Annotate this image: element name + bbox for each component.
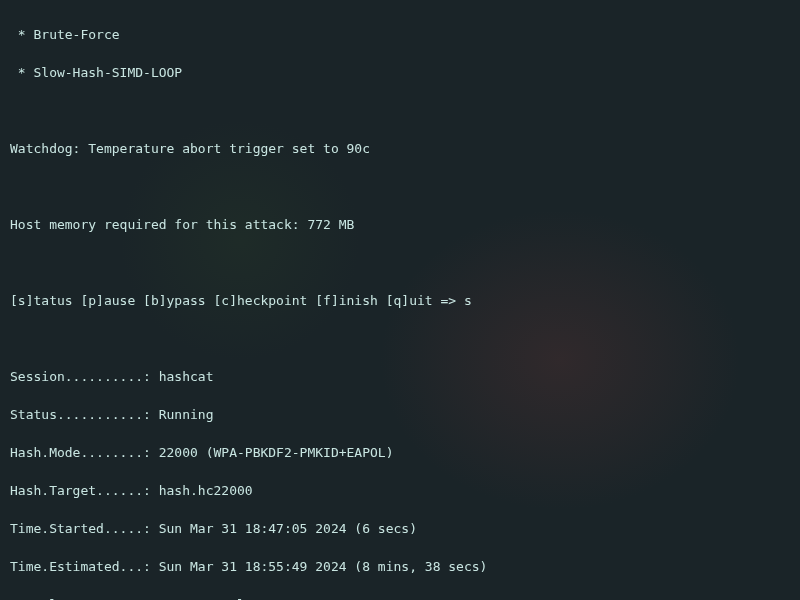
status-hash-target: Hash.Target......: hash.hc22000 — [10, 481, 790, 500]
status-time-started: Time.Started.....: Sun Mar 31 18:47:05 2… — [10, 519, 790, 538]
status-kernel-feature: Kernel.Feature...: Pure Kernel — [10, 595, 790, 600]
blank-line — [10, 329, 790, 348]
status-status: Status...........: Running — [10, 405, 790, 424]
hostmem-line: Host memory required for this attack: 77… — [10, 215, 790, 234]
status-time-estimated: Time.Estimated...: Sun Mar 31 18:55:49 2… — [10, 557, 790, 576]
blank-line — [10, 101, 790, 120]
terminal-output[interactable]: * Brute-Force * Slow-Hash-SIMD-LOOP Watc… — [0, 0, 800, 600]
status-hash-mode: Hash.Mode........: 22000 (WPA-PBKDF2-PMK… — [10, 443, 790, 462]
prompt-line: [s]tatus [p]ause [b]ypass [c]heckpoint [… — [10, 291, 790, 310]
blank-line — [10, 177, 790, 196]
watchdog-line: Watchdog: Temperature abort trigger set … — [10, 139, 790, 158]
optimizer-line: * Brute-Force — [10, 25, 790, 44]
status-session: Session..........: hashcat — [10, 367, 790, 386]
blank-line — [10, 253, 790, 272]
optimizer-line: * Slow-Hash-SIMD-LOOP — [10, 63, 790, 82]
